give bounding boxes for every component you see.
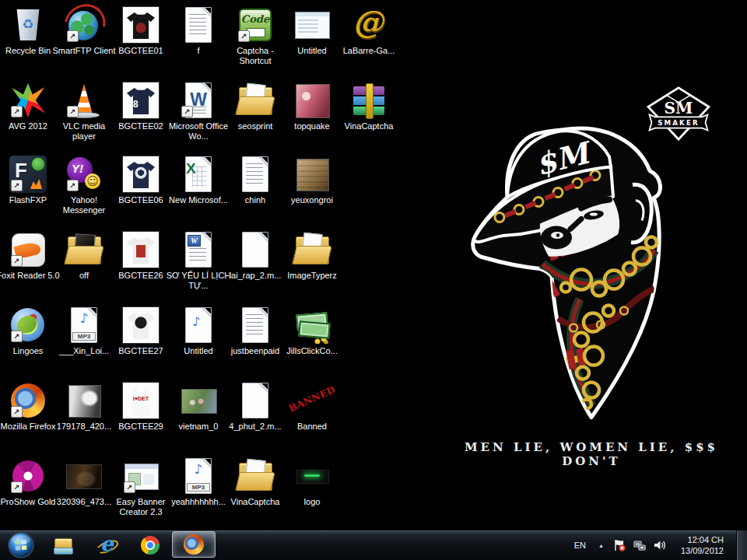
- desktop-icon-bgctee27[interactable]: BGCTEE27: [108, 306, 174, 356]
- taskbar-mozilla-firefox-button[interactable]: [172, 531, 216, 558]
- shortcut-arrow-icon: [11, 180, 23, 191]
- gold-swirl-icon: @: [350, 6, 388, 44]
- avg-icon: [9, 82, 47, 119]
- emblem-logo-text: SM: [665, 99, 693, 117]
- icon-badge: BANNED: [287, 384, 337, 415]
- desktop-icon-yahoo-messenger[interactable]: Y!Yahoo! Messenger: [51, 156, 117, 215]
- language-indicator[interactable]: EN: [571, 539, 589, 551]
- show-hidden-icons-button[interactable]: ▲: [597, 541, 605, 550]
- show-desktop-button[interactable]: [736, 530, 747, 560]
- icon-label: 179178_420...: [51, 422, 117, 432]
- desktop-icon-yeuxongroi[interactable]: yeuxongroi: [279, 156, 345, 205]
- icon-label: Easy Banner Creator 2.3: [108, 497, 174, 516]
- desktop-icon-bgctee29[interactable]: I♥DETBGCTEE29: [108, 382, 174, 432]
- taskbar-apps: e: [41, 531, 216, 559]
- desktop-icon-justbeenpaid[interactable]: justbeenpaid: [223, 306, 288, 356]
- worddoc-icon: W: [180, 231, 217, 268]
- desktop-icon-untitled[interactable]: Untitled: [166, 306, 231, 356]
- desktop-icon-lai-rap-2-m[interactable]: lai_rap_2.m...: [223, 231, 288, 281]
- desktop-icon-f[interactable]: f: [166, 6, 231, 56]
- icon-label: JillsClickCo...: [279, 346, 345, 356]
- icon-label: 4_phut_2.m...: [223, 422, 288, 432]
- tshirt-navy-circle-icon: [122, 156, 160, 193]
- desktop-icon-untitled[interactable]: Untitled: [279, 6, 345, 56]
- icon-label: BGCTEE27: [108, 346, 174, 356]
- photo-sepia-icon: [293, 156, 331, 193]
- icon-label: Banned: [279, 422, 345, 432]
- folder-open-icon: [293, 231, 331, 268]
- shortcut-arrow-icon: [11, 255, 23, 267]
- desktop-icon-4-phut-2-m[interactable]: 4_phut_2.m...: [223, 382, 288, 432]
- volume-icon[interactable]: [654, 539, 666, 551]
- icon-label: Microsoft Office Wo...: [166, 121, 231, 141]
- money-icon: [293, 306, 331, 344]
- network-icon[interactable]: [633, 539, 646, 551]
- icon-label: BGCTEE29: [108, 422, 174, 432]
- mp3-icon: MP3: [65, 306, 103, 344]
- tshirt-navy-icon: 8: [122, 82, 160, 119]
- desktop-icon-320396-473[interactable]: 320396_473...: [51, 457, 117, 507]
- desktop-icon-microsoft-office-wo[interactable]: WMicrosoft Office Wo...: [166, 82, 231, 141]
- icon-label: VinaCaptcha: [336, 121, 402, 131]
- desktop-icon-off[interactable]: off: [51, 231, 117, 281]
- taskbar-google-chrome-button[interactable]: [128, 531, 172, 559]
- desktop-icon-xin-loi[interactable]: MP3___Xin_Loi...: [51, 306, 117, 356]
- desktop-icon-vinacaptcha[interactable]: VinaCaptcha: [336, 82, 402, 131]
- desktop-icon-s-y-u-l-l-ch-t[interactable]: WSƠ YẾU LÍ LỊCH TỰ...: [166, 231, 231, 290]
- desktop-icon-179178-420[interactable]: 179178_420...: [51, 382, 117, 432]
- icon-label: vietnam_0: [166, 422, 231, 432]
- icon-label: BGCTEE26: [108, 271, 174, 281]
- icon-label: VLC media player: [51, 121, 117, 141]
- wallpaper-caption: MEN LIE, WOMEN LIE, $$$ DON'T: [447, 440, 735, 468]
- desktop-icon-smartftp-client[interactable]: SmartFTP Client: [51, 6, 117, 56]
- desktop-icon-jillsclickco[interactable]: JillsClickCo...: [279, 306, 345, 356]
- desktop-icon-logo[interactable]: logo: [279, 457, 345, 507]
- desktop-icon-chinh[interactable]: chinh: [223, 156, 288, 205]
- desktop-icon-yeahhhhhhh[interactable]: MP3yeahhhhhhh...: [166, 457, 231, 507]
- desktop-icon-bgctee26[interactable]: BGCTEE26: [108, 231, 174, 281]
- shortcut-arrow-icon: [11, 106, 23, 117]
- folder-open-icon: [237, 82, 274, 119]
- folder-front-flap: [235, 472, 275, 491]
- desktop-surface[interactable]: SM SMAKER: [0, 0, 747, 560]
- desktop-icon-bgctee01[interactable]: BGCTEE01: [108, 6, 174, 56]
- desktop-icon-bgctee02[interactable]: 8BGCTEE02: [108, 82, 174, 131]
- folder-front-flap: [64, 246, 104, 264]
- desktop-icon-labarre-ga[interactable]: @LaBarre-Ga...: [336, 6, 402, 56]
- icon-label: VinaCaptcha: [223, 497, 288, 507]
- desktop-icon-new-microsof[interactable]: XNew Microsof...: [166, 156, 231, 205]
- icon-label: seosprint: [223, 121, 288, 131]
- icon-label: Yahoo! Messenger: [51, 195, 117, 215]
- lingoes-icon: [9, 306, 47, 344]
- icon-label: yeuxongroi: [279, 195, 345, 205]
- flashfxp-icon: F: [9, 156, 47, 193]
- desktop-icon-easy-banner-creator-2-3[interactable]: Easy Banner Creator 2.3: [108, 457, 174, 516]
- tank-top-icon: I♥DET: [122, 382, 160, 419]
- desktop-icon-captcha-shortcut[interactable]: CodeCaptcha - Shortcut: [223, 6, 288, 65]
- vlc-icon: [65, 82, 103, 119]
- taskbar-internet-explorer-button[interactable]: e: [85, 531, 128, 559]
- taskbar-windows-explorer-button[interactable]: [41, 531, 85, 559]
- icon-badge: I♥DET: [122, 396, 160, 401]
- icon-badge: Y!: [72, 162, 83, 175]
- desktop-icon-seosprint[interactable]: seosprint: [223, 82, 288, 131]
- icon-label: Captcha - Shortcut: [223, 46, 288, 65]
- mp3-icon: MP3: [180, 457, 217, 495]
- shortcut-arrow-icon: [67, 106, 79, 117]
- desktop-icon-topquake[interactable]: topquake: [279, 82, 345, 131]
- desktop-icon-bgctee06[interactable]: BGCTEE06: [108, 156, 174, 205]
- action-center-flag-icon[interactable]: [613, 539, 626, 551]
- desktop-icon-vietnam-0[interactable]: vietnam_0: [166, 382, 231, 432]
- shortcut-arrow-icon: [11, 481, 23, 493]
- folder-open-icon: [237, 457, 274, 495]
- shortcut-arrow-icon: [67, 180, 79, 191]
- start-button[interactable]: [7, 531, 35, 559]
- desktop-icon-vinacaptcha[interactable]: VinaCaptcha: [223, 457, 288, 507]
- desktop-icon-banned[interactable]: BANNEDBanned: [279, 382, 345, 432]
- desktop-icon-imagetyperz[interactable]: ImageTyperz: [279, 231, 345, 281]
- desktop-icon-vlc-media-player[interactable]: VLC media player: [51, 82, 117, 141]
- icon-label: New Microsof...: [166, 195, 231, 205]
- file-blank-icon: [237, 231, 274, 268]
- clock[interactable]: 12:04 CH 13/09/2012: [675, 534, 724, 556]
- folder-photo-icon: [65, 231, 103, 268]
